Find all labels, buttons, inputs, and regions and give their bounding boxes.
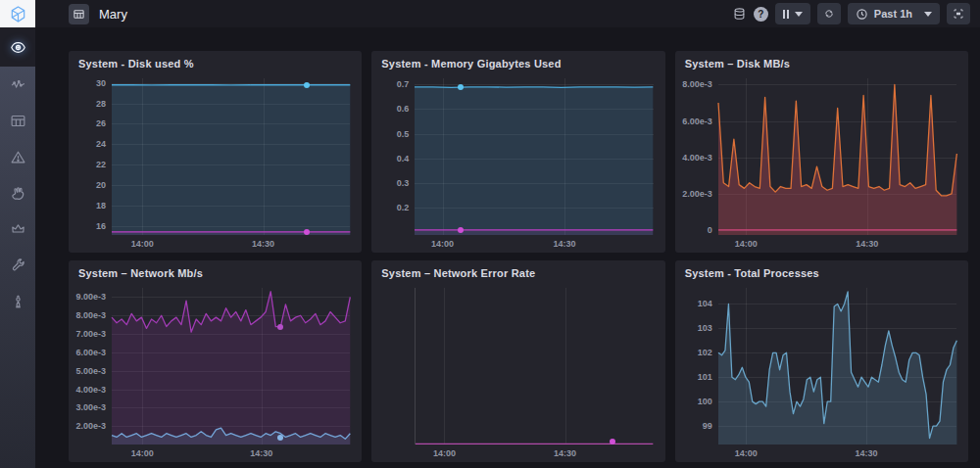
y-tick-label: 9.00e-3: [75, 292, 106, 302]
y-tick-label: 4.00e-3: [682, 153, 712, 163]
sidebar-item-hand[interactable]: [0, 175, 35, 211]
chart-series-svg: [415, 78, 653, 235]
chess-piece-icon: [10, 294, 26, 310]
data-point-dot: [610, 439, 615, 445]
panel-system-network-mb-s[interactable]: System – Network Mb/s2.00e-33.00e-34.00e…: [69, 260, 362, 462]
chart: 02.00e-34.00e-36.00e-38.00e-314:0014:30: [683, 74, 958, 251]
page-title: Mary: [99, 7, 127, 22]
y-tick-label: 0: [708, 225, 712, 235]
chart-series-svg: [718, 78, 956, 235]
chart-series-svg: [416, 288, 653, 445]
clock-icon: [856, 8, 868, 21]
x-tick-label: 14:00: [433, 448, 456, 458]
y-tick-label: 0.3: [397, 178, 410, 188]
panel-system-network-error-rate[interactable]: System – Network Error Rate14:0014:30: [371, 260, 664, 462]
database-icon[interactable]: [732, 7, 747, 22]
chart: 161820222426283014:0014:30: [76, 74, 352, 251]
chart-series-svg: [112, 78, 350, 235]
time-range-dropdown[interactable]: Past 1h: [848, 3, 940, 24]
fullscreen-icon: [953, 7, 964, 21]
y-tick-label: 22: [96, 160, 106, 169]
sidebar-item-eye[interactable]: [0, 27, 35, 67]
y-tick-label: 6.00e-3: [75, 348, 106, 357]
y-tick-label: 102: [698, 348, 712, 357]
x-tick-label: 14:00: [131, 239, 154, 249]
y-tick-label: 2.00e-3: [682, 189, 712, 199]
y-tick-label: 8.00e-3: [682, 79, 712, 89]
chart-plot-area[interactable]: 0.20.30.40.50.60.714:0014:30: [415, 78, 653, 235]
refresh-button[interactable]: [817, 3, 841, 24]
app-logo[interactable]: [0, 0, 35, 27]
sidebar: [0, 27, 35, 468]
sidebar-item-crown[interactable]: [0, 211, 35, 248]
data-point-dot: [304, 229, 310, 235]
pause-refresh-dropdown-button[interactable]: [775, 3, 810, 24]
chart-plot-area[interactable]: 161820222426283014:0014:30: [112, 78, 350, 235]
series-line-memory-gb: [415, 87, 653, 88]
chart-plot-area[interactable]: 02.00e-34.00e-36.00e-38.00e-314:0014:30: [718, 78, 956, 235]
chart-series-svg: [718, 288, 956, 445]
y-tick-label: 16: [96, 221, 106, 231]
topbar-controls: ? Past 1h: [732, 3, 980, 24]
y-tick-label: 6.00e-3: [682, 117, 712, 126]
x-tick-label: 14:30: [250, 448, 272, 458]
topbar: Mary ? Past 1h: [0, 0, 980, 27]
sidebar-item-chess-piece[interactable]: [0, 284, 35, 320]
chart-series-svg: [112, 288, 350, 445]
fullscreen-button[interactable]: [947, 3, 970, 24]
x-tick-label: 14:30: [554, 448, 576, 458]
sidebar-item-alert-triangle[interactable]: [0, 139, 35, 175]
y-tick-label: 103: [698, 323, 712, 333]
y-tick-label: 100: [698, 397, 712, 406]
panel-title: System - Memory Gigabytes Used: [381, 58, 561, 70]
x-tick-label: 14:00: [735, 448, 758, 458]
eye-icon: [10, 39, 26, 56]
y-tick-label: 0.6: [397, 104, 410, 114]
series-fill-disk-used-pct: [112, 85, 350, 235]
sidebar-item-pulse-graph[interactable]: [0, 67, 35, 103]
panel-title: System - Total Processes: [685, 267, 819, 279]
chart: 9910010110210310414:0014:30: [683, 284, 958, 460]
cube-logo-icon: [9, 5, 27, 23]
sidebar-item-wrench[interactable]: [0, 248, 35, 284]
y-tick-label: 28: [96, 99, 106, 109]
panel-title: System - Disk used %: [78, 58, 194, 70]
y-tick-label: 30: [96, 78, 106, 88]
y-tick-label: 0.4: [397, 154, 410, 164]
panel-system-disk-mb-s[interactable]: System – Disk MB/s02.00e-34.00e-36.00e-3…: [675, 51, 968, 253]
chart-plot-area[interactable]: 14:0014:30: [415, 288, 653, 445]
x-tick-label: 14:00: [131, 448, 154, 458]
y-tick-label: 8.00e-3: [75, 310, 106, 320]
panel-title: System – Disk MB/s: [685, 58, 791, 70]
series-fill-disk-mbs: [718, 84, 956, 235]
x-tick-label: 14:00: [431, 239, 454, 249]
x-tick-label: 14:30: [252, 239, 274, 249]
panel-system-total-processes[interactable]: System - Total Processes9910010110210310…: [675, 260, 968, 462]
crown-icon: [10, 221, 26, 238]
y-tick-label: 24: [96, 139, 106, 149]
pause-icon: [783, 10, 789, 19]
grid-icon: [73, 8, 85, 21]
data-point-dot: [458, 84, 464, 90]
panel-system-disk-used[interactable]: System - Disk used %161820222426283014:0…: [69, 51, 362, 253]
x-tick-label: 14:30: [554, 239, 576, 249]
chart-plot-area[interactable]: 9910010110210310414:0014:30: [718, 288, 956, 445]
sidebar-item-dashboard-grid[interactable]: [0, 103, 35, 139]
pulse-graph-icon: [10, 76, 26, 93]
y-tick-label: 104: [698, 299, 712, 308]
data-point-dot: [304, 82, 310, 88]
panel-system-memory-gigabytes-used[interactable]: System - Memory Gigabytes Used0.20.30.40…: [371, 51, 664, 253]
help-icon[interactable]: ?: [754, 7, 768, 22]
series-fill-memory-gb: [415, 87, 653, 235]
chart-plot-area[interactable]: 2.00e-33.00e-34.00e-35.00e-36.00e-37.00e…: [112, 288, 350, 445]
dashboard-switcher-button[interactable]: [69, 4, 89, 24]
series-fill-memory-low: [415, 230, 653, 235]
x-tick-label: 14:30: [856, 448, 878, 458]
chart: 14:0014:30: [379, 284, 655, 460]
y-tick-label: 18: [96, 201, 106, 211]
y-tick-label: 101: [698, 372, 712, 382]
x-tick-label: 14:30: [856, 239, 878, 249]
alert-triangle-icon: [10, 149, 26, 165]
data-point-dot: [277, 324, 283, 330]
panel-title: System – Network Error Rate: [381, 267, 535, 279]
